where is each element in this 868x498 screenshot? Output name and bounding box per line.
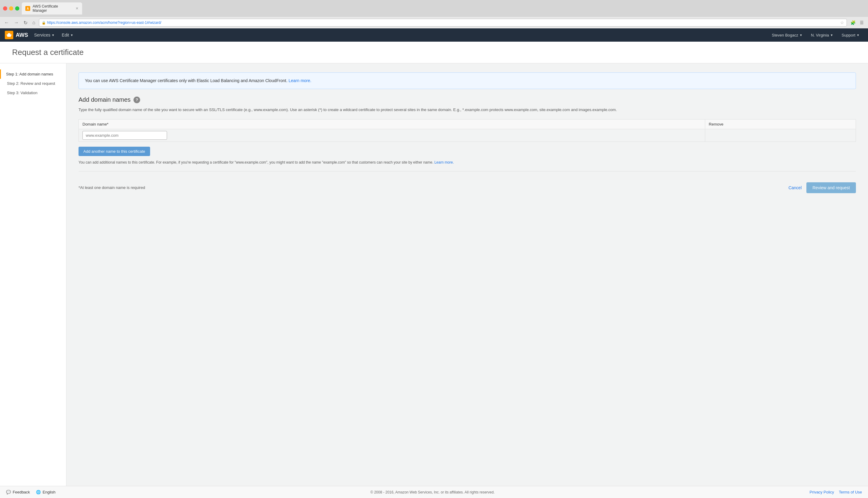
section-title-text: Add domain names	[78, 96, 130, 103]
section-desc: Type the fully qualified domain name of …	[78, 107, 856, 113]
minimize-window-dot[interactable]	[9, 6, 13, 11]
svg-rect-2	[7, 36, 11, 37]
help-icon[interactable]: ?	[133, 96, 140, 103]
services-chevron: ▼	[52, 34, 55, 37]
maximize-window-dot[interactable]	[15, 6, 19, 11]
col-domain-header: Domain name*	[79, 119, 705, 129]
sidebar-item-step2-label: Step 2: Review and request	[7, 81, 55, 86]
domain-input-cell	[79, 129, 705, 142]
info-learn-more-link[interactable]: Learn more.	[289, 78, 311, 83]
forward-button[interactable]: →	[13, 19, 20, 26]
domain-row	[79, 129, 856, 142]
browser-chrome: A AWS Certificate Manager ✕ ← → ↻ ⌂ 🔒 ht…	[0, 0, 868, 28]
navbar-user[interactable]: Steven Bogacz ▼	[768, 28, 806, 42]
edit-chevron: ▼	[71, 34, 73, 37]
home-button[interactable]: ⌂	[31, 19, 37, 26]
info-text: You can use AWS Certificate Manager cert…	[85, 78, 288, 83]
form-footer-bar: *At least one domain name is required Ca…	[78, 178, 856, 198]
language-label: English	[42, 490, 55, 494]
copyright-text: © 2008 - 2016, Amazon Web Services, Inc.…	[370, 490, 494, 494]
remove-cell	[705, 129, 856, 142]
info-box: You can use AWS Certificate Manager cert…	[78, 73, 856, 89]
sidebar-item-step3[interactable]: Step 3: Validation	[0, 88, 66, 97]
chat-icon: 💬	[6, 490, 11, 494]
ssl-lock-icon: 🔒	[42, 21, 46, 25]
edit-label: Edit	[62, 32, 69, 37]
section-title-row: Add domain names ?	[78, 96, 856, 103]
star-icon[interactable]: ☆	[840, 20, 844, 25]
browser-action-buttons: 🧩 ☰	[849, 19, 865, 26]
aws-logo[interactable]: AWS	[5, 31, 28, 39]
sidebar-item-step2[interactable]: Step 2: Review and request	[0, 79, 66, 88]
feedback-button[interactable]: 💬 Feedback	[6, 490, 30, 494]
aws-logo-box	[5, 31, 13, 39]
extensions-button[interactable]: 🧩	[849, 19, 857, 26]
close-window-dot[interactable]	[3, 6, 7, 11]
services-label: Services	[34, 32, 50, 37]
svg-rect-0	[7, 35, 12, 36]
required-note: *At least one domain name is required	[78, 185, 145, 190]
domain-name-input[interactable]	[82, 131, 167, 140]
navbar-edit[interactable]: Edit ▼	[58, 28, 77, 42]
sidebar-item-step1-label: Step 1: Add domain names	[6, 72, 53, 76]
browser-titlebar: A AWS Certificate Manager ✕	[0, 0, 868, 17]
navbar-services[interactable]: Services ▼	[30, 28, 58, 42]
navbar-right: Steven Bogacz ▼ N. Virginia ▼ Support ▼	[768, 28, 863, 42]
support-chevron: ▼	[856, 34, 859, 37]
url-text: https://console.aws.amazon.com/acm/home?…	[47, 21, 839, 25]
svg-rect-1	[8, 33, 10, 35]
menu-button[interactable]: ☰	[859, 19, 865, 26]
add-note-text: You can add additional names to this cer…	[78, 160, 856, 165]
sidebar: Step 1: Add domain names Step 2: Review …	[0, 63, 66, 486]
tab-favicon: A	[25, 6, 30, 11]
page-footer: 💬 Feedback 🌐 English © 2008 - 2016, Amaz…	[0, 486, 868, 498]
terms-of-use-link[interactable]: Terms of Use	[839, 490, 862, 494]
region-label: N. Virginia	[811, 33, 829, 37]
footer-copyright: © 2008 - 2016, Amazon Web Services, Inc.…	[55, 490, 810, 494]
main-panel: You can use AWS Certificate Manager cert…	[66, 63, 868, 486]
add-note-learn-more-link[interactable]: Learn more.	[434, 160, 454, 165]
user-chevron: ▼	[800, 34, 803, 37]
privacy-policy-link[interactable]: Privacy Policy	[810, 490, 834, 494]
back-button[interactable]: ←	[3, 19, 10, 26]
aws-logo-icon	[6, 32, 12, 38]
tab-close-icon[interactable]: ✕	[76, 6, 78, 11]
browser-toolbar: ← → ↻ ⌂ 🔒 https://console.aws.amazon.com…	[0, 17, 868, 28]
sidebar-item-step1[interactable]: Step 1: Add domain names	[0, 69, 66, 79]
cancel-button[interactable]: Cancel	[789, 185, 802, 190]
navbar-region[interactable]: N. Virginia ▼	[807, 28, 837, 42]
feedback-label: Feedback	[13, 490, 30, 494]
sidebar-item-step3-label: Step 3: Validation	[7, 91, 37, 95]
review-and-request-button[interactable]: Review and request	[806, 182, 856, 193]
tab-title: AWS Certificate Manager	[33, 4, 72, 13]
page-title-bar: Request a certificate	[0, 42, 868, 63]
browser-tab[interactable]: A AWS Certificate Manager ✕	[22, 2, 82, 14]
user-label: Steven Bogacz	[772, 33, 798, 37]
aws-navbar: AWS Services ▼ Edit ▼ Steven Bogacz ▼ N.…	[0, 28, 868, 42]
domain-table: Domain name* Remove	[78, 119, 856, 142]
add-another-name-button[interactable]: Add another name to this certificate	[78, 147, 150, 156]
region-chevron: ▼	[830, 34, 833, 37]
footer-links: Privacy Policy Terms of Use	[810, 490, 862, 494]
footer-divider	[78, 171, 856, 171]
support-label: Support	[842, 33, 856, 37]
address-bar[interactable]: 🔒 https://console.aws.amazon.com/acm/hom…	[39, 19, 847, 27]
page-title: Request a certificate	[12, 48, 856, 57]
window-controls	[3, 6, 19, 11]
footer-actions: Cancel Review and request	[789, 182, 856, 193]
page-wrapper: Request a certificate Step 1: Add domain…	[0, 42, 868, 486]
navbar-support[interactable]: Support ▼	[838, 28, 863, 42]
add-note-content: You can add additional names to this cer…	[78, 160, 433, 165]
globe-icon: 🌐	[36, 490, 41, 494]
content-area: Step 1: Add domain names Step 2: Review …	[0, 63, 868, 486]
language-selector[interactable]: 🌐 English	[36, 490, 55, 494]
col-remove-header: Remove	[705, 119, 856, 129]
refresh-button[interactable]: ↻	[22, 19, 29, 26]
aws-label: AWS	[16, 32, 28, 38]
